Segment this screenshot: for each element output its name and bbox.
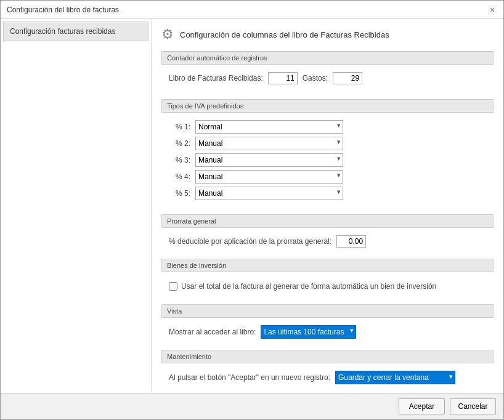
vista-select-wrapper: Las últimas 100 facturas Todas las factu… [261,325,356,339]
prorrata-row: % deducible por aplicación de la prorrat… [169,235,486,248]
iva-row-2: % 2: Normal Manual Reducido Superreducid… [169,137,486,150]
title-bar: Configuración del libro de facturas × [1,1,503,19]
window-title: Configuración del libro de facturas [7,6,119,14]
iva-select-wrapper-5: Normal Manual Reducido Superreducido [195,187,343,200]
footer: Aceptar Cancelar [1,393,503,419]
iva-select-wrapper-3: Normal Manual Reducido Superreducido [195,153,343,167]
bienes-checkbox-label: Usar el total de la factura al generar d… [181,282,436,291]
iva-select-1[interactable]: Normal Manual Reducido Superreducido [195,120,343,134]
iva-label-2: % 2: [169,139,190,148]
main-title: Configuración de columnas del libro de F… [180,30,389,39]
iva-label-5: % 5: [169,189,190,198]
iva-select-3[interactable]: Normal Manual Reducido Superreducido [195,153,343,167]
iva-label-1: % 1: [169,123,190,131]
sidebar-item-facturas-recibidas[interactable]: Configuración facturas recibidas [3,22,148,41]
gear-icon: ⚙ [161,26,174,42]
section-prorrata-header: Prorrata general [161,214,494,228]
iva-select-wrapper-4: Normal Manual Reducido Superreducido [195,170,343,184]
section-contador-content: Libro de Facturas Recibidas: Gastos: [161,70,494,93]
main-content: ⚙ Configuración de columnas del libro de… [152,19,503,393]
iva-select-5[interactable]: Normal Manual Reducido Superreducido [195,187,343,200]
main-window: Configuración del libro de facturas × Co… [0,0,504,420]
iva-select-wrapper-2: Normal Manual Reducido Superreducido [195,137,343,150]
iva-select-wrapper-1: Normal Manual Reducido Superreducido [195,120,343,134]
contador-row: Libro de Facturas Recibidas: Gastos: [169,72,486,84]
section-contador-header: Contador automático de registros [161,51,494,65]
section-iva-header: Tipos de IVA predefinidos [161,99,494,113]
vista-row: Mostrar al acceder al libro: Las últimas… [169,325,486,339]
libro-label: Libro de Facturas Recibidas: [169,74,263,83]
iva-select-4[interactable]: Normal Manual Reducido Superreducido [195,170,343,184]
gastos-value-input[interactable] [333,72,362,84]
iva-row-4: % 4: Normal Manual Reducido Superreducid… [169,170,486,184]
sidebar-item-label: Configuración facturas recibidas [10,27,115,36]
iva-select-2[interactable]: Normal Manual Reducido Superreducido [195,137,343,150]
iva-row-5: % 5: Normal Manual Reducido Superreducid… [169,187,486,200]
main-header: ⚙ Configuración de columnas del libro de… [161,26,494,42]
section-prorrata-content: % deducible por aplicación de la prorrat… [161,233,494,252]
section-vista-content: Mostrar al acceder al libro: Las últimas… [161,323,494,344]
iva-label-4: % 4: [169,172,190,181]
close-button[interactable]: × [487,5,497,15]
cancel-button[interactable]: Cancelar [450,398,496,414]
prorrata-label: % deducible por aplicación de la prorrat… [169,237,331,246]
prorrata-value-input[interactable] [336,235,366,248]
accept-button[interactable]: Aceptar [399,398,445,414]
iva-label-3: % 3: [169,156,190,164]
bienes-checkbox-row: Usar el total de la factura al generar d… [169,280,486,293]
section-bienes-content: Usar el total de la factura al generar d… [161,277,494,298]
vista-label: Mostrar al acceder al libro: [169,328,256,336]
section-bienes-header: Bienes de inversión [161,259,494,272]
section-iva-content: % 1: Normal Manual Reducido Superreducid… [161,118,494,208]
sidebar: Configuración facturas recibidas [1,19,152,393]
mantenimiento-select[interactable]: Guardar y cerrar la ventana Guardar y nu… [335,371,455,384]
mantenimiento-row: Al pulsar el botón "Aceptar" en un nuevo… [169,371,486,384]
iva-row-1: % 1: Normal Manual Reducido Superreducid… [169,120,486,134]
section-vista-header: Vista [161,304,494,318]
section-mantenimiento-content: Al pulsar el botón "Aceptar" en un nuevo… [161,368,494,393]
libro-value-input[interactable] [268,72,298,84]
vista-select[interactable]: Las últimas 100 facturas Todas las factu… [261,325,356,339]
mantenimiento-label: Al pulsar el botón "Aceptar" en un nuevo… [169,373,330,382]
iva-row-3: % 3: Normal Manual Reducido Superreducid… [169,153,486,167]
mantenimiento-select-wrapper: Guardar y cerrar la ventana Guardar y nu… [335,371,455,384]
window-body: Configuración facturas recibidas ⚙ Confi… [1,19,503,393]
gastos-label: Gastos: [303,74,328,83]
bienes-checkbox[interactable] [169,282,177,291]
section-mantenimiento-header: Mantenimiento [161,350,494,363]
